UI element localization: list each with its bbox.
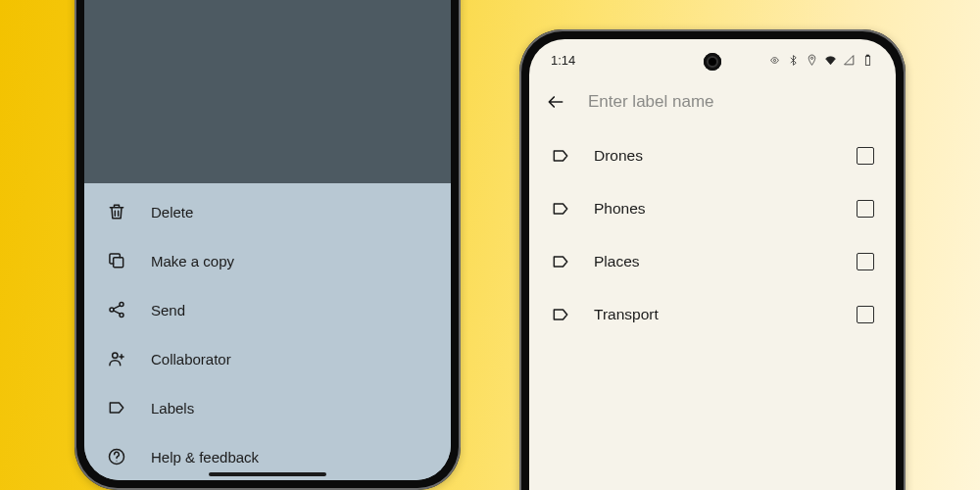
checkbox[interactable]: [857, 200, 874, 218]
wifi-icon: [824, 54, 837, 67]
svg-rect-10: [866, 55, 868, 56]
label-icon: [551, 199, 570, 219]
menu-labels-label: Labels: [151, 400, 194, 416]
home-indicator[interactable]: [209, 472, 326, 476]
labels-top-bar: [529, 74, 896, 129]
status-time: 1:14: [551, 53, 575, 68]
menu-copy-label: Make a copy: [151, 253, 234, 270]
menu-collaborator[interactable]: Collaborator: [84, 334, 451, 383]
svg-rect-9: [865, 56, 869, 65]
checkbox[interactable]: [857, 147, 874, 165]
label-text: Phones: [594, 200, 833, 218]
back-button[interactable]: [545, 91, 566, 113]
vpn-icon: [768, 54, 781, 67]
checkbox[interactable]: [857, 253, 874, 270]
phone-right-frame: 1:14 Drones: [519, 29, 906, 490]
label-icon: [551, 146, 570, 166]
note-area-dimmed: [84, 0, 451, 183]
label-row-phones[interactable]: Phones: [529, 182, 896, 235]
svg-rect-0: [114, 258, 123, 268]
signal-icon: [843, 54, 856, 67]
battery-icon: [861, 54, 874, 67]
svg-point-8: [810, 57, 812, 59]
phone-left-frame: Delete Make a copy Send: [74, 0, 461, 490]
phone-left-screen: Delete Make a copy Send: [84, 0, 451, 480]
add-person-icon: [106, 348, 127, 369]
menu-send-label: Send: [151, 302, 185, 318]
location-icon: [806, 54, 818, 67]
label-icon: [106, 397, 127, 418]
menu-collaborator-label: Collaborator: [151, 351, 231, 368]
label-text: Places: [594, 253, 833, 270]
bluetooth-icon: [787, 54, 800, 67]
menu-delete[interactable]: Delete: [84, 187, 451, 236]
label-row-transport[interactable]: Transport: [529, 288, 896, 341]
label-row-drones[interactable]: Drones: [529, 129, 896, 182]
menu-delete-label: Delete: [151, 204, 193, 220]
label-icon: [551, 305, 570, 324]
front-camera: [704, 53, 721, 71]
svg-point-6: [117, 461, 118, 462]
arrow-left-icon: [546, 92, 565, 112]
stage: Delete Make a copy Send: [0, 0, 980, 490]
label-row-places[interactable]: Places: [529, 235, 896, 288]
menu-help-label: Help & feedback: [151, 449, 259, 466]
menu-make-a-copy[interactable]: Make a copy: [84, 236, 451, 285]
label-name-input[interactable]: [588, 92, 880, 112]
trash-icon: [106, 201, 127, 222]
label-text: Drones: [594, 147, 833, 165]
menu-labels[interactable]: Labels: [84, 383, 451, 432]
menu-send[interactable]: Send: [84, 285, 451, 334]
svg-point-4: [113, 353, 118, 358]
help-icon: [106, 446, 127, 467]
status-icons: [768, 54, 874, 67]
phone-right-screen: 1:14 Drones: [529, 39, 896, 490]
copy-icon: [106, 250, 127, 271]
label-text: Transport: [594, 306, 833, 323]
share-icon: [106, 299, 127, 320]
bottom-sheet-menu: Delete Make a copy Send: [84, 183, 451, 480]
checkbox[interactable]: [857, 306, 874, 323]
label-icon: [551, 252, 570, 271]
svg-point-7: [773, 59, 775, 61]
